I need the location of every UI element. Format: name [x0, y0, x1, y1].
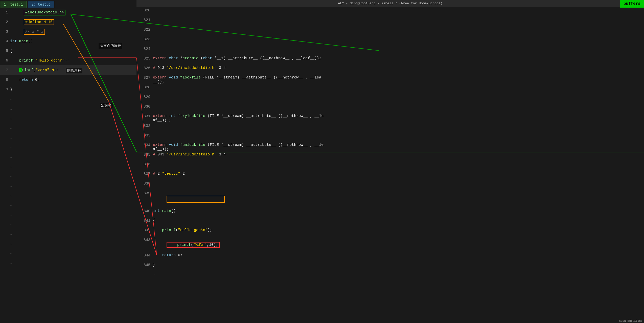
tilde-line: ~ — [0, 153, 136, 163]
right-line-834: 834 extern void funlockfile (FILE *__str… — [136, 142, 644, 152]
right-line-831: 831 extern int ftrylockfile (FILE *__str… — [136, 113, 644, 123]
right-line-826: 826 # 913 "/usr/include/stdio.h" 3 4 — [136, 65, 644, 75]
title-text: ALY - ding@RootDing - Xshell 7 (Free for… — [338, 2, 442, 5]
right-line-839: 839 — [136, 190, 644, 208]
tilde-line: ~ — [0, 259, 136, 268]
tilde-line: ~ — [0, 249, 136, 259]
right-line-844: 844 return 0; — [136, 253, 644, 262]
annotation-macro-expand: 宏替换 — [100, 103, 113, 108]
right-line-830: 830 — [136, 104, 644, 113]
tilde-line: ~ — [0, 134, 136, 143]
tilde-line: ~ — [0, 239, 136, 249]
right-line-820: 820 — [136, 8, 644, 17]
tilde-line: ~ — [0, 143, 136, 153]
right-line-825: 825 extern char *ctermid (char *__s) __a… — [136, 56, 644, 65]
right-line-836: 836 — [136, 162, 644, 171]
right-line-838: 838 — [136, 181, 644, 190]
code-line-6: 6 printf("Hello gcc\n"); — [0, 56, 136, 65]
box-843: printf("%d\n",10); — [167, 242, 220, 248]
right-line-822: 822 — [136, 27, 644, 36]
right-line-823: 823 — [136, 36, 644, 46]
right-line-840: 840 int main() — [136, 208, 644, 218]
code-line-8: 8 return 0; — [0, 75, 136, 85]
right-pane: 820 821 822 823 824 825 extern char *cte… — [136, 8, 644, 323]
right-line-829: 829 — [136, 94, 644, 104]
watermark: CSDN @dtuiling — [618, 319, 644, 323]
tab-test-i[interactable]: 1: test.i — [0, 1, 27, 8]
tilde-line: ~ — [0, 114, 136, 124]
tilde-line: ~ — [0, 182, 136, 191]
tilde-line: ~ — [0, 220, 136, 230]
right-line-832: 832 — [136, 123, 644, 133]
right-line-821: 821 — [136, 17, 644, 27]
tilde-line: ~ — [0, 105, 136, 114]
right-line-824: 824 — [136, 46, 644, 56]
right-line-841: 841 { — [136, 218, 644, 228]
code-line-9: 9 } — [0, 85, 136, 94]
right-line-837: 837 # 2 "test.c" 2 — [136, 171, 644, 181]
right-tilde: ~ — [136, 272, 644, 281]
title-bar: ALY - ding@RootDing - Xshell 7 (Free for… — [136, 0, 644, 7]
tilde-line: ~ — [0, 230, 136, 239]
box-839 — [167, 196, 225, 203]
tab-test-c[interactable]: 2: test.c — [28, 1, 55, 8]
right-line-835: 835 # 943 "/usr/include/stdio.h" 3 4 — [136, 152, 644, 162]
tilde-line: ~ — [0, 211, 136, 220]
annotation-delete-comment: 删除注释 — [66, 68, 82, 73]
left-pane: 1 #include<stdio.h> 2 #define M 10 3 // … — [0, 8, 136, 323]
tilde-line: ~ — [0, 172, 136, 182]
tilde-line: ~ — [0, 124, 136, 134]
tilde-line: ~ — [0, 95, 136, 105]
right-line-842: 842 printf("Hello gcc\n"); — [136, 228, 644, 237]
right-line-833: 833 — [136, 133, 644, 142]
right-line-828: 828 — [136, 85, 644, 94]
right-line-843: 843 printf("%d\n",10); — [136, 237, 644, 253]
tilde-line: ~ — [0, 201, 136, 211]
right-line-845: 845 } — [136, 262, 644, 272]
code-line-3: 3 // # # # — [0, 27, 136, 36]
tilde-line: ~ — [0, 163, 136, 172]
tabs-area: 1: test.i 2: test.c — [0, 0, 136, 8]
buffers-label: buffers — [620, 0, 644, 8]
right-line-827: 827 extern void flockfile (FILE *__strea… — [136, 75, 644, 85]
annotation-header-expand: 头文件的展开 — [99, 43, 122, 49]
tilde-line: ~ — [0, 191, 136, 201]
